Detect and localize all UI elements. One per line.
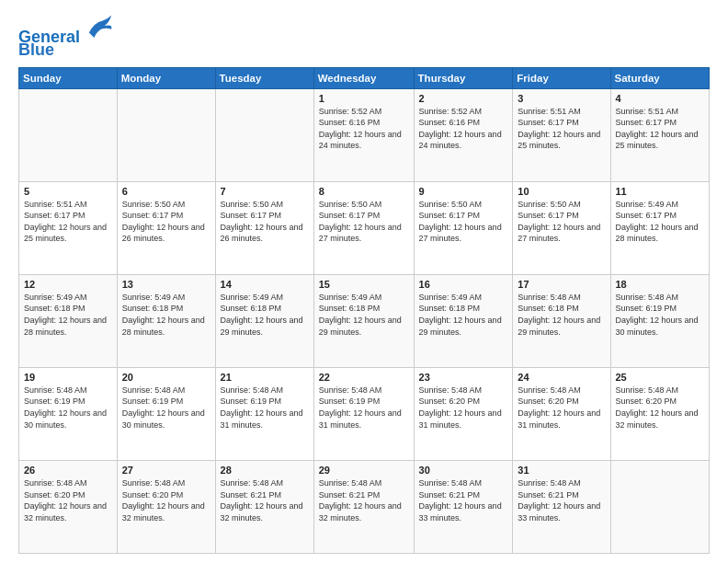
day-info: Sunrise: 5:50 AMSunset: 6:17 PMDaylight:… (319, 199, 409, 245)
day-number: 31 (518, 465, 605, 476)
day-cell: 7Sunrise: 5:50 AMSunset: 6:17 PMDaylight… (215, 181, 313, 274)
day-number: 24 (518, 372, 605, 383)
day-cell (610, 460, 710, 553)
day-number: 1 (319, 93, 409, 104)
day-info: Sunrise: 5:48 AMSunset: 6:20 PMDaylight:… (518, 385, 605, 431)
day-number: 2 (419, 93, 508, 104)
day-info: Sunrise: 5:50 AMSunset: 6:17 PMDaylight:… (518, 199, 605, 245)
day-number: 3 (518, 93, 605, 104)
day-cell: 22Sunrise: 5:48 AMSunset: 6:19 PMDayligh… (313, 367, 414, 460)
day-number: 11 (616, 186, 705, 197)
col-saturday: Saturday (610, 67, 710, 88)
day-number: 12 (24, 279, 112, 290)
logo-bird-icon (87, 13, 113, 39)
day-number: 30 (419, 465, 508, 476)
day-info: Sunrise: 5:48 AMSunset: 6:20 PMDaylight:… (419, 385, 508, 431)
day-info: Sunrise: 5:51 AMSunset: 6:17 PMDaylight:… (518, 106, 605, 152)
week-row-4: 26Sunrise: 5:48 AMSunset: 6:20 PMDayligh… (19, 460, 710, 553)
day-info: Sunrise: 5:48 AMSunset: 6:21 PMDaylight:… (419, 477, 508, 523)
logo-text: General Blue (18, 17, 113, 60)
week-row-2: 12Sunrise: 5:49 AMSunset: 6:18 PMDayligh… (19, 274, 710, 367)
col-thursday: Thursday (414, 67, 513, 88)
day-cell: 18Sunrise: 5:48 AMSunset: 6:19 PMDayligh… (610, 274, 710, 367)
day-number: 27 (122, 465, 210, 476)
day-info: Sunrise: 5:48 AMSunset: 6:20 PMDaylight:… (616, 385, 705, 431)
day-info: Sunrise: 5:49 AMSunset: 6:18 PMDaylight:… (319, 292, 409, 338)
day-cell: 3Sunrise: 5:51 AMSunset: 6:17 PMDaylight… (513, 88, 610, 181)
day-number: 29 (319, 465, 409, 476)
day-info: Sunrise: 5:51 AMSunset: 6:17 PMDaylight:… (616, 106, 705, 152)
day-cell: 17Sunrise: 5:48 AMSunset: 6:18 PMDayligh… (513, 274, 610, 367)
day-number: 19 (24, 372, 112, 383)
day-number: 8 (319, 186, 409, 197)
day-cell: 4Sunrise: 5:51 AMSunset: 6:17 PMDaylight… (610, 88, 710, 181)
day-number: 23 (419, 372, 508, 383)
week-row-1: 5Sunrise: 5:51 AMSunset: 6:17 PMDaylight… (19, 181, 710, 274)
col-sunday: Sunday (19, 67, 118, 88)
day-number: 6 (122, 186, 210, 197)
day-info: Sunrise: 5:48 AMSunset: 6:21 PMDaylight:… (319, 477, 409, 523)
header: General Blue (18, 17, 710, 60)
header-row: Sunday Monday Tuesday Wednesday Thursday… (19, 67, 710, 88)
logo-blue: Blue (18, 40, 54, 59)
day-number: 15 (319, 279, 409, 290)
day-cell: 31Sunrise: 5:48 AMSunset: 6:21 PMDayligh… (513, 460, 610, 553)
day-cell: 11Sunrise: 5:49 AMSunset: 6:17 PMDayligh… (610, 181, 710, 274)
day-cell: 23Sunrise: 5:48 AMSunset: 6:20 PMDayligh… (414, 367, 513, 460)
day-cell: 26Sunrise: 5:48 AMSunset: 6:20 PMDayligh… (19, 460, 118, 553)
day-info: Sunrise: 5:49 AMSunset: 6:18 PMDaylight:… (419, 292, 508, 338)
day-cell: 8Sunrise: 5:50 AMSunset: 6:17 PMDaylight… (313, 181, 414, 274)
day-info: Sunrise: 5:48 AMSunset: 6:19 PMDaylight:… (24, 385, 112, 431)
day-number: 22 (319, 372, 409, 383)
day-cell: 19Sunrise: 5:48 AMSunset: 6:19 PMDayligh… (19, 367, 118, 460)
day-info: Sunrise: 5:50 AMSunset: 6:17 PMDaylight:… (221, 199, 309, 245)
col-monday: Monday (117, 67, 215, 88)
day-cell: 13Sunrise: 5:49 AMSunset: 6:18 PMDayligh… (117, 274, 215, 367)
day-number: 7 (221, 186, 309, 197)
day-number: 18 (616, 279, 705, 290)
day-cell: 20Sunrise: 5:48 AMSunset: 6:19 PMDayligh… (117, 367, 215, 460)
day-cell: 15Sunrise: 5:49 AMSunset: 6:18 PMDayligh… (313, 274, 414, 367)
day-info: Sunrise: 5:49 AMSunset: 6:18 PMDaylight:… (24, 292, 112, 338)
col-friday: Friday (513, 67, 610, 88)
day-cell: 24Sunrise: 5:48 AMSunset: 6:20 PMDayligh… (513, 367, 610, 460)
day-info: Sunrise: 5:48 AMSunset: 6:19 PMDaylight:… (122, 385, 210, 431)
day-number: 28 (221, 465, 309, 476)
day-info: Sunrise: 5:48 AMSunset: 6:18 PMDaylight:… (518, 292, 605, 338)
day-cell: 9Sunrise: 5:50 AMSunset: 6:17 PMDaylight… (414, 181, 513, 274)
day-cell: 27Sunrise: 5:48 AMSunset: 6:20 PMDayligh… (117, 460, 215, 553)
day-cell (19, 88, 118, 181)
day-cell: 6Sunrise: 5:50 AMSunset: 6:17 PMDaylight… (117, 181, 215, 274)
day-number: 17 (518, 279, 605, 290)
day-info: Sunrise: 5:50 AMSunset: 6:17 PMDaylight:… (122, 199, 210, 245)
day-number: 25 (616, 372, 705, 383)
col-tuesday: Tuesday (215, 67, 313, 88)
calendar-table: Sunday Monday Tuesday Wednesday Thursday… (18, 67, 710, 554)
day-cell: 12Sunrise: 5:49 AMSunset: 6:18 PMDayligh… (19, 274, 118, 367)
day-info: Sunrise: 5:49 AMSunset: 6:18 PMDaylight:… (122, 292, 210, 338)
day-number: 26 (24, 465, 112, 476)
day-cell: 30Sunrise: 5:48 AMSunset: 6:21 PMDayligh… (414, 460, 513, 553)
day-number: 10 (518, 186, 605, 197)
day-number: 16 (419, 279, 508, 290)
day-cell (117, 88, 215, 181)
day-info: Sunrise: 5:48 AMSunset: 6:20 PMDaylight:… (122, 477, 210, 523)
day-cell: 29Sunrise: 5:48 AMSunset: 6:21 PMDayligh… (313, 460, 414, 553)
day-cell: 25Sunrise: 5:48 AMSunset: 6:20 PMDayligh… (610, 367, 710, 460)
day-cell: 28Sunrise: 5:48 AMSunset: 6:21 PMDayligh… (215, 460, 313, 553)
day-info: Sunrise: 5:48 AMSunset: 6:19 PMDaylight:… (616, 292, 705, 338)
day-cell: 16Sunrise: 5:49 AMSunset: 6:18 PMDayligh… (414, 274, 513, 367)
day-number: 9 (419, 186, 508, 197)
day-number: 5 (24, 186, 112, 197)
col-wednesday: Wednesday (313, 67, 414, 88)
day-info: Sunrise: 5:48 AMSunset: 6:19 PMDaylight:… (221, 385, 309, 431)
day-info: Sunrise: 5:48 AMSunset: 6:21 PMDaylight:… (221, 477, 309, 523)
logo: General Blue (18, 17, 113, 60)
day-number: 4 (616, 93, 705, 104)
day-cell: 2Sunrise: 5:52 AMSunset: 6:16 PMDaylight… (414, 88, 513, 181)
day-cell (215, 88, 313, 181)
day-cell: 5Sunrise: 5:51 AMSunset: 6:17 PMDaylight… (19, 181, 118, 274)
day-cell: 1Sunrise: 5:52 AMSunset: 6:16 PMDaylight… (313, 88, 414, 181)
day-info: Sunrise: 5:49 AMSunset: 6:17 PMDaylight:… (616, 199, 705, 245)
day-info: Sunrise: 5:48 AMSunset: 6:20 PMDaylight:… (24, 477, 112, 523)
